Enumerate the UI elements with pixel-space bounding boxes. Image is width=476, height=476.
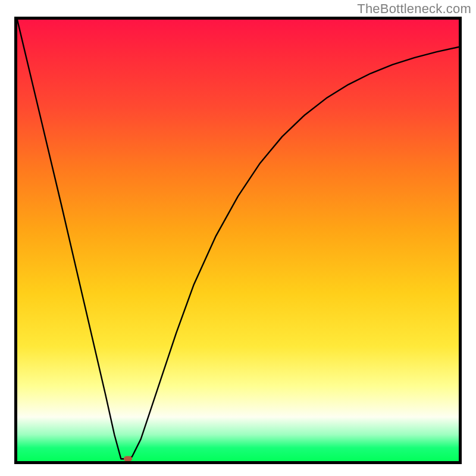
watermark-text: TheBottleneck.com [357,1,471,17]
bottleneck-curve [17,20,459,461]
plot-border [14,17,462,464]
optimum-marker [124,456,132,461]
plot-area [17,20,459,461]
chart-frame: TheBottleneck.com [0,0,476,476]
